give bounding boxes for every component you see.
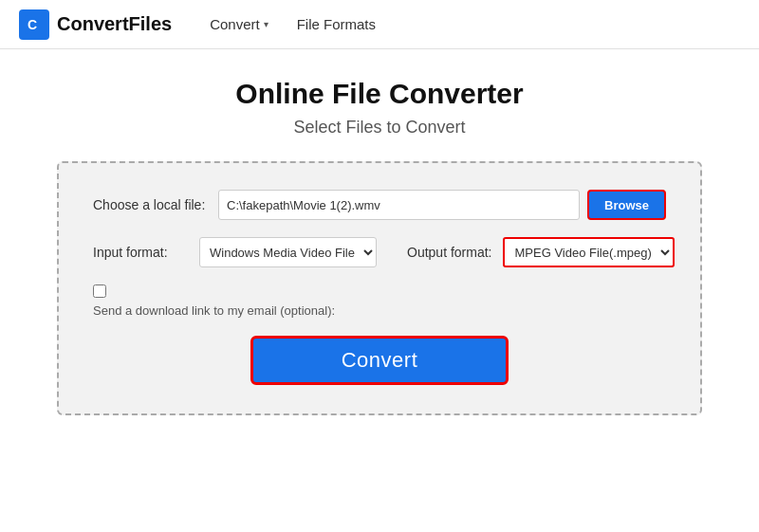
- file-path-input[interactable]: [218, 190, 580, 220]
- output-format-select[interactable]: MPEG Video File(.mpeg): [503, 237, 675, 267]
- nav-convert[interactable]: Convert ▾: [210, 16, 268, 32]
- email-checkbox[interactable]: [93, 284, 106, 298]
- output-format-label: Output format:: [407, 245, 491, 260]
- convert-button-wrapper: Convert: [93, 336, 666, 385]
- choose-file-label: Choose a local file:: [93, 197, 207, 212]
- main-content: Online File Converter Select Files to Co…: [0, 49, 759, 434]
- input-format-label: Input format:: [93, 245, 188, 260]
- browse-button[interactable]: Browse: [587, 190, 666, 220]
- checkbox-row: [93, 284, 666, 298]
- format-row: Input format: Windows Media Video File O…: [93, 237, 666, 267]
- chevron-down-icon: ▾: [264, 19, 268, 29]
- logo-area: C ConvertFiles: [19, 9, 172, 40]
- input-format-select[interactable]: Windows Media Video File: [199, 237, 377, 267]
- email-label: Send a download link to my email (option…: [93, 303, 335, 318]
- nav: Convert ▾ File Formats: [210, 16, 376, 32]
- converter-box: Choose a local file: Browse Input format…: [57, 161, 702, 415]
- page-subtitle: Select Files to Convert: [293, 118, 465, 138]
- file-input-area: Browse: [218, 190, 666, 220]
- header: C ConvertFiles Convert ▾ File Formats: [0, 0, 759, 49]
- email-row: Send a download link to my email (option…: [93, 284, 666, 319]
- convert-button[interactable]: Convert: [250, 336, 509, 385]
- nav-file-formats[interactable]: File Formats: [297, 16, 376, 32]
- svg-text:C: C: [28, 17, 37, 32]
- logo-text: ConvertFiles: [57, 13, 172, 35]
- logo-icon: C: [19, 9, 49, 40]
- page-title: Online File Converter: [235, 78, 523, 110]
- file-chooser-row: Choose a local file: Browse: [93, 190, 666, 220]
